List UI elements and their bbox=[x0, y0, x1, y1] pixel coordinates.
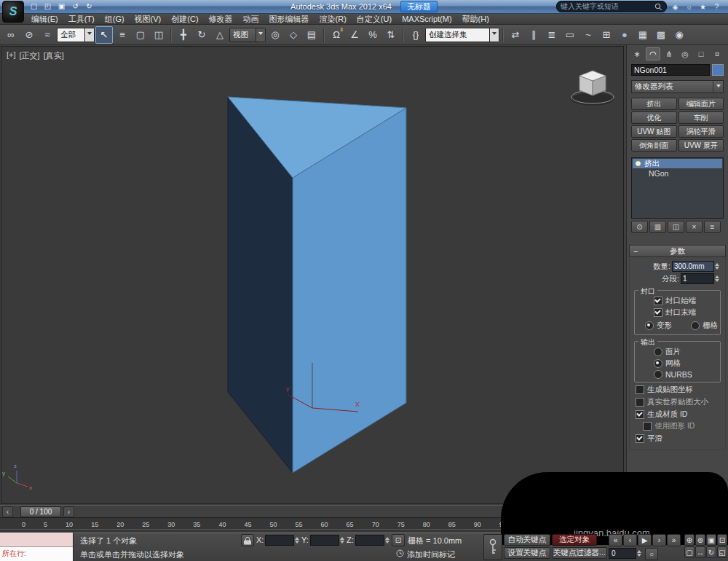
rectangular-selection-region-icon[interactable]: ▢ bbox=[132, 26, 149, 44]
set-key-button[interactable]: 设置关键点 bbox=[504, 547, 550, 559]
hierarchy-tab-icon[interactable]: ⋔ bbox=[662, 47, 676, 60]
stack-item-extrude[interactable]: 挤出 bbox=[633, 159, 722, 168]
viewport[interactable]: Y X x y z [+][正交][真实] bbox=[1, 46, 624, 504]
help-icon[interactable]: ? bbox=[711, 1, 722, 12]
edit-named-sets-icon[interactable]: {} bbox=[407, 26, 424, 44]
zoom-icon[interactable]: ⊕ bbox=[684, 534, 695, 546]
x-coordinate-field[interactable] bbox=[265, 535, 294, 546]
use-shape-id-checkbox[interactable] bbox=[643, 422, 652, 431]
previous-frame-icon[interactable]: ‹ bbox=[623, 534, 637, 546]
object-color-swatch[interactable] bbox=[712, 64, 724, 76]
named-selection-sets-dropdown[interactable]: 创建选择集 bbox=[425, 28, 499, 42]
segments-spinner[interactable] bbox=[715, 275, 721, 282]
angle-snap-icon[interactable]: ∠ bbox=[346, 26, 363, 44]
new-scene-icon[interactable]: ▢ bbox=[28, 1, 40, 12]
menu-item[interactable]: 修改器 bbox=[204, 13, 238, 25]
menu-item[interactable]: 渲染(R) bbox=[314, 13, 352, 25]
prism-object[interactable] bbox=[228, 97, 406, 473]
rollout-collapse-icon[interactable]: − bbox=[633, 247, 638, 256]
nurbs-radio[interactable] bbox=[654, 370, 662, 379]
application-menu-button[interactable]: S bbox=[2, 1, 24, 23]
rendered-frame-window-icon[interactable]: ▩ bbox=[652, 26, 670, 44]
generate-material-id-checkbox[interactable] bbox=[636, 410, 644, 419]
y-coordinate-spinner[interactable] bbox=[340, 537, 347, 544]
search-input[interactable]: 键入关键字或短语 bbox=[561, 1, 652, 12]
pan-icon[interactable]: ↔ bbox=[695, 546, 705, 558]
menu-item[interactable]: 工具(T) bbox=[63, 13, 100, 25]
object-name-field[interactable]: NGon001 bbox=[631, 64, 710, 76]
z-coordinate-field[interactable] bbox=[355, 535, 384, 546]
modifier-enabled-bulb-icon[interactable] bbox=[635, 160, 641, 167]
mirror-icon[interactable]: ⇄ bbox=[507, 26, 524, 44]
viewport-canvas[interactable]: Y X x y z bbox=[1, 47, 623, 503]
key-filters-button[interactable]: 关键点过滤器... bbox=[552, 547, 607, 559]
curve-editor-icon[interactable]: ~ bbox=[579, 26, 597, 44]
viewport-label[interactable]: [真实] bbox=[44, 50, 64, 61]
percent-snap-icon[interactable]: % bbox=[364, 26, 381, 44]
save-file-icon[interactable]: ▣ bbox=[55, 1, 68, 12]
cap-end-checkbox[interactable] bbox=[654, 308, 662, 317]
modifier-preset-button[interactable]: UVW 贴图 bbox=[631, 125, 677, 138]
zoom-extents-icon[interactable]: ▣ bbox=[706, 534, 716, 546]
cap-start-checkbox[interactable] bbox=[654, 297, 662, 305]
chevron-down-icon[interactable] bbox=[84, 28, 94, 42]
viewport-label[interactable]: [+] bbox=[7, 50, 16, 61]
set-keys-button[interactable] bbox=[483, 534, 502, 560]
play-icon[interactable]: ▶ bbox=[638, 534, 652, 546]
subscription-center-icon[interactable]: ◈ bbox=[670, 1, 681, 12]
viewport-label[interactable]: [正交] bbox=[20, 50, 40, 61]
use-pivot-point-icon[interactable]: ◎ bbox=[266, 26, 284, 44]
maximize-viewport-toggle-icon[interactable]: ◱ bbox=[717, 546, 727, 558]
modifier-list-dropdown[interactable]: 修改器列表 bbox=[631, 80, 724, 93]
infocenter-search[interactable]: 键入关键字或短语 bbox=[556, 1, 667, 12]
time-slider-right-arrow[interactable]: › bbox=[63, 506, 74, 517]
menu-item[interactable]: MAXScript(M) bbox=[397, 13, 456, 25]
select-object-button[interactable]: ↖ bbox=[95, 26, 113, 44]
modifier-preset-button[interactable]: 挤出 bbox=[631, 98, 677, 110]
segments-field[interactable]: 1 bbox=[681, 273, 714, 284]
x-coordinate-spinner[interactable] bbox=[295, 537, 301, 544]
remove-modifier-icon[interactable]: × bbox=[686, 221, 703, 233]
viewcube[interactable] bbox=[571, 71, 614, 106]
select-and-rotate-icon[interactable]: ↻ bbox=[193, 26, 210, 44]
patch-radio[interactable] bbox=[654, 348, 662, 356]
motion-tab-icon[interactable]: ◎ bbox=[678, 47, 692, 60]
auto-key-button[interactable]: 自动关键点 bbox=[504, 534, 550, 546]
chevron-down-icon[interactable] bbox=[256, 28, 265, 42]
communication-center-icon[interactable]: ☼ bbox=[684, 1, 695, 12]
zoom-all-icon[interactable]: ⊚ bbox=[695, 534, 705, 546]
schematic-view-icon[interactable]: ⊞ bbox=[598, 26, 615, 44]
utilities-tab-icon[interactable]: ¤ bbox=[710, 47, 724, 60]
listener-pane[interactable]: 所在行: bbox=[0, 547, 73, 561]
current-frame-field[interactable]: 0 bbox=[609, 548, 636, 559]
snap-toggle-icon[interactable]: Ω3 bbox=[328, 26, 345, 44]
add-time-tag[interactable]: 添加时间标记 bbox=[407, 549, 455, 560]
smooth-checkbox[interactable] bbox=[636, 434, 644, 443]
redo-icon[interactable]: ↻ bbox=[83, 1, 95, 12]
chevron-down-icon[interactable] bbox=[489, 28, 499, 42]
modifier-preset-button[interactable]: 车削 bbox=[678, 111, 724, 124]
select-and-link-icon[interactable]: ∞ bbox=[2, 26, 20, 44]
parameters-rollout-header[interactable]: − 参数 bbox=[629, 245, 726, 257]
pin-stack-icon[interactable]: ⊙ bbox=[631, 221, 648, 233]
undo-icon[interactable]: ↺ bbox=[69, 1, 82, 12]
menu-item[interactable]: 编辑(E) bbox=[26, 13, 63, 25]
real-world-map-checkbox[interactable] bbox=[636, 398, 644, 407]
time-slider-handle[interactable]: 0 / 100 bbox=[20, 506, 61, 517]
configure-modifier-sets-icon[interactable]: ≡ bbox=[704, 221, 721, 233]
render-production-icon[interactable]: ◉ bbox=[670, 26, 688, 44]
modifier-preset-button[interactable]: UVW 展开 bbox=[678, 139, 724, 152]
search-icon[interactable] bbox=[654, 3, 662, 11]
go-to-start-icon[interactable]: « bbox=[609, 534, 622, 546]
render-setup-icon[interactable]: ▦ bbox=[634, 26, 652, 44]
display-tab-icon[interactable]: □ bbox=[694, 47, 708, 60]
menu-item[interactable]: 自定义(U) bbox=[352, 13, 397, 25]
select-and-manipulate-icon[interactable]: ◇ bbox=[285, 26, 302, 44]
unlink-selection-icon[interactable]: ⊘ bbox=[20, 26, 38, 44]
selection-lock-icon[interactable] bbox=[241, 534, 254, 546]
selected-mode-button[interactable]: 选定对象 bbox=[552, 534, 597, 546]
bind-to-spacewarp-icon[interactable]: ≈ bbox=[39, 26, 56, 44]
menu-item[interactable]: 组(G) bbox=[100, 13, 130, 25]
material-editor-icon[interactable]: ● bbox=[616, 26, 633, 44]
graphite-ribbon-icon[interactable]: ▭ bbox=[561, 26, 579, 44]
